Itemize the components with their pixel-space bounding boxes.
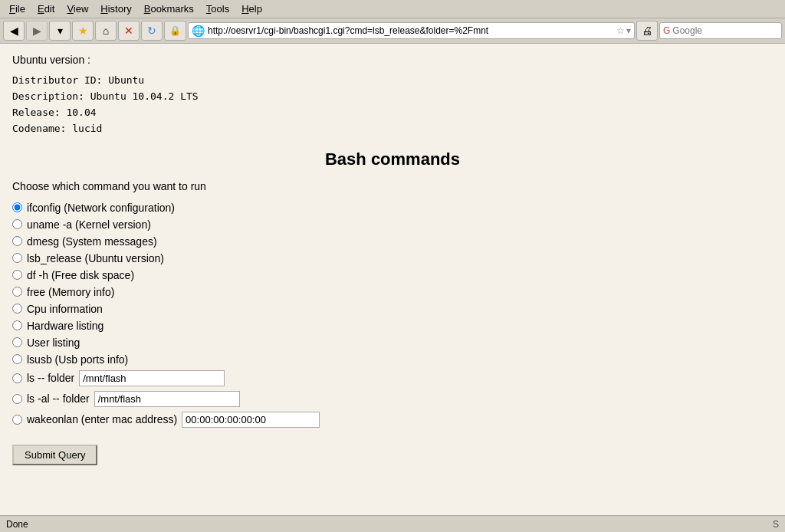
statusbar-icon: S xyxy=(773,519,779,520)
list-item: df -h (Free disk space) xyxy=(12,269,773,281)
radio-options-list: ifconfig (Network configuration) uname -… xyxy=(12,202,773,428)
list-item-ls-folder: ls -- folder xyxy=(12,370,773,386)
radio-lsb-release[interactable] xyxy=(12,253,22,263)
list-item: lsb_release (Ubuntu version) xyxy=(12,252,773,264)
wakeonlan-input[interactable] xyxy=(182,412,320,428)
menu-tools[interactable]: Tools xyxy=(200,2,235,16)
instruction-text: Choose which command you want to run xyxy=(12,180,773,192)
menu-edit[interactable]: Edit xyxy=(31,2,61,16)
dropdown-button[interactable]: ▾ xyxy=(49,21,71,41)
ls-folder-input[interactable] xyxy=(79,370,225,386)
statusbar: Done S xyxy=(0,515,785,519)
radio-cpu[interactable] xyxy=(12,304,22,314)
star-icon[interactable]: ☆ xyxy=(616,25,625,36)
search-container: G 🔍 xyxy=(659,22,782,39)
bookmark-button[interactable]: ★ xyxy=(72,21,94,41)
submit-query-button[interactable]: Submit Query xyxy=(12,445,97,465)
label-uname[interactable]: uname -a (Kernel version) xyxy=(27,218,151,231)
menu-bookmarks[interactable]: Bookmarks xyxy=(138,2,200,16)
radio-user[interactable] xyxy=(12,337,22,347)
list-item-ls-al-folder: ls -al -- folder xyxy=(12,391,773,407)
radio-free[interactable] xyxy=(12,287,22,297)
label-user[interactable]: User listing xyxy=(27,337,80,349)
description-line: Description: Ubuntu 10.04.2 LTS xyxy=(12,89,773,105)
back-button[interactable]: ◀ xyxy=(3,21,25,41)
radio-lsusb[interactable] xyxy=(12,354,22,364)
menu-help[interactable]: Help xyxy=(235,2,268,16)
dropdown-icon[interactable]: ▾ xyxy=(626,25,631,36)
list-item: Cpu information xyxy=(12,303,773,315)
home-button[interactable]: ⌂ xyxy=(95,21,117,41)
list-item: Hardware listing xyxy=(12,320,773,332)
label-wakeonlan[interactable]: wakeonlan (enter mac address) xyxy=(27,413,177,425)
menubar: File Edit View History Bookmarks Tools H… xyxy=(0,0,785,18)
label-dmesg[interactable]: dmesg (System messages) xyxy=(27,235,157,248)
toolbar: ◀ ▶ ▾ ★ ⌂ ✕ ↻ 🔒 🌐 http://oesrvr1/cgi-bin… xyxy=(0,18,785,44)
radio-dmesg[interactable] xyxy=(12,236,22,246)
statusbar-text: Done xyxy=(6,519,28,520)
list-item: lsusb (Usb ports info) xyxy=(12,353,773,366)
codename-line: Codename: lucid xyxy=(12,121,773,137)
release-line: Release: 10.04 xyxy=(12,105,773,121)
label-ls-al-folder[interactable]: ls -al -- folder xyxy=(27,392,90,405)
radio-ls-al-folder[interactable] xyxy=(12,394,22,404)
menu-view[interactable]: View xyxy=(61,2,94,16)
label-lsusb[interactable]: lsusb (Usb ports info) xyxy=(27,353,128,366)
radio-df-h[interactable] xyxy=(12,270,22,280)
list-item: free (Memory info) xyxy=(12,286,773,298)
radio-hardware[interactable] xyxy=(12,320,22,330)
ubuntu-version-title: Ubuntu version : xyxy=(12,51,773,68)
radio-ls-folder[interactable] xyxy=(12,373,22,383)
search-input[interactable] xyxy=(672,25,785,36)
addressbar[interactable]: 🌐 http://oesrvr1/cgi-bin/bashcgi1.cgi?cm… xyxy=(188,22,635,39)
url-text: http://oesrvr1/cgi-bin/bashcgi1.cgi?cmd=… xyxy=(208,25,613,36)
label-ifconfig[interactable]: ifconfig (Network configuration) xyxy=(27,202,175,214)
list-item: ifconfig (Network configuration) xyxy=(12,202,773,214)
menu-history[interactable]: History xyxy=(94,2,137,16)
address-icon: 🌐 xyxy=(192,25,205,37)
menu-file[interactable]: File xyxy=(3,2,31,16)
secure-button[interactable]: 🔒 xyxy=(164,21,186,41)
radio-wakeonlan[interactable] xyxy=(12,415,22,425)
label-ls-folder[interactable]: ls -- folder xyxy=(27,372,74,384)
label-lsb-release[interactable]: lsb_release (Ubuntu version) xyxy=(27,252,164,264)
radio-ifconfig[interactable] xyxy=(12,202,22,212)
search-engine-icon: G xyxy=(663,25,670,36)
distributor-line: Distributor ID: Ubuntu xyxy=(12,73,773,89)
statusbar-right: S xyxy=(773,519,779,520)
reload-button[interactable]: ↻ xyxy=(141,21,163,41)
list-item: uname -a (Kernel version) xyxy=(12,218,773,231)
ubuntu-info-block: Ubuntu version : Distributor ID: Ubuntu … xyxy=(12,51,773,137)
list-item: dmesg (System messages) xyxy=(12,235,773,248)
label-hardware[interactable]: Hardware listing xyxy=(27,320,103,332)
print-button[interactable]: 🖨 xyxy=(636,21,658,41)
stop-button[interactable]: ✕ xyxy=(118,21,140,41)
radio-uname[interactable] xyxy=(12,219,22,229)
label-free[interactable]: free (Memory info) xyxy=(27,286,114,298)
label-cpu[interactable]: Cpu information xyxy=(27,303,103,315)
list-item-wakeonlan: wakeonlan (enter mac address) xyxy=(12,412,773,428)
addressbar-container: 🌐 http://oesrvr1/cgi-bin/bashcgi1.cgi?cm… xyxy=(188,22,635,39)
page-title: Bash commands xyxy=(12,149,773,169)
ls-al-folder-input[interactable] xyxy=(94,391,240,407)
content-area: Ubuntu version : Distributor ID: Ubuntu … xyxy=(0,44,785,519)
list-item: User listing xyxy=(12,337,773,349)
label-df-h[interactable]: df -h (Free disk space) xyxy=(27,269,134,281)
forward-button[interactable]: ▶ xyxy=(26,21,48,41)
